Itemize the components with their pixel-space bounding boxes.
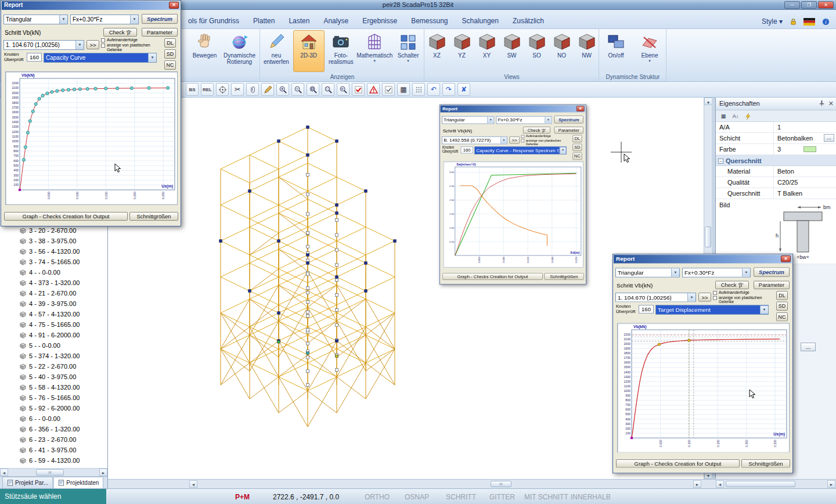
check-beta-button[interactable]: Check 'β' [103,28,137,37]
german-flag-icon[interactable] [803,17,815,26]
dl-button[interactable]: DL [572,135,582,142]
zoom-out-icon[interactable] [291,83,304,96]
schnittgroessen-button[interactable]: Schnittgrößen [741,459,790,468]
close-icon[interactable]: ✕ [169,2,179,9]
schnittgroessen-button[interactable]: Schnittgrößen [544,273,583,280]
tree-item[interactable]: 5 - 58 - 4-1320.00 [0,382,107,393]
close-icon[interactable]: ✕ [576,106,585,111]
bs-button[interactable]: BS [186,83,199,96]
nc-button[interactable]: NC [776,312,788,322]
load-combo[interactable]: Fx+0.30*Fz▼ [496,116,552,124]
spectrum-button[interactable]: Spectrum [554,116,583,124]
plastische-gelenke-checkbox[interactable] [521,139,525,143]
ribbon-button-on-off[interactable]: On/off [600,30,632,72]
menu-tab[interactable]: Bemessung [404,15,455,27]
tree-item[interactable]: 5 - 22 - 2-670.00 [0,361,107,372]
ribbon-button-yz[interactable]: YZ [450,30,474,72]
schnittgroessen-button[interactable]: Schnittgrößen [129,212,178,221]
check-beta-button[interactable]: Check 'β' [523,127,550,134]
property-row[interactable]: QualitätC20/25 [716,177,836,188]
status-toggle[interactable]: OSNAP [405,493,429,501]
canvas-horizontal-scrollbar[interactable]: ◄ ⦀⦀ ► [108,479,715,488]
property-group-header[interactable]: –Querschnitt [716,155,836,166]
step-combo[interactable]: B. 1492.558 (0.72279)▼ [442,136,507,145]
dot-grid-icon[interactable] [412,83,425,96]
collapse-icon[interactable]: – [718,159,723,164]
nc-button[interactable]: NC [164,60,176,70]
scroll-left-icon[interactable]: ◄ [0,469,8,476]
style-dropdown[interactable]: Style ▾ [762,17,783,26]
step-forward-button[interactable]: >> [87,40,99,49]
menu-tab[interactable]: Ergebnisse [355,15,404,27]
property-row[interactable]: QuerschnittT Balken [716,188,836,199]
sort-az-icon[interactable]: A↓ [730,111,741,121]
pin-icon[interactable] [819,100,825,107]
close-button[interactable]: ✕ [818,1,834,9]
scroll-right-icon[interactable]: ► [99,469,107,476]
graph-checks-button[interactable]: Graph - Checks Creation for Output [442,273,543,280]
browse-button[interactable]: ... [801,343,816,351]
properties-horizontal-scrollbar[interactable]: ◄ ► [715,479,836,488]
ribbon-button-schalter[interactable]: Schalter▾ [392,30,424,72]
tree-horizontal-scrollbar[interactable]: ◄ ⦀⦀ ► [0,468,107,476]
minimize-button[interactable]: ─ [784,1,800,9]
cancel-icon[interactable]: ✘ [457,83,470,96]
tree-item[interactable]: 4 - - 0-0.00 [0,267,107,278]
scroll-left-icon[interactable]: ◄ [189,480,197,488]
scrollbar-thumb[interactable] [705,226,711,247]
menu-tab[interactable]: Analyse [316,15,355,27]
scroll-right-icon[interactable]: ► [827,480,835,488]
nc-button[interactable]: NC [572,153,582,160]
tree-item[interactable]: 4 - 91 - 6-2000.00 [0,330,107,340]
tree-item[interactable]: 5 - 92 - 6-2000.00 [0,403,107,413]
step-combo[interactable]: 1. 104.670 (1,00256)▼ [3,40,84,50]
ribbon-button-no[interactable]: NO [550,30,574,72]
tree-item[interactable]: 6 - 23 - 2-670.00 [0,434,107,445]
tree-item[interactable]: 4 - 39 - 3-975.00 [0,298,107,309]
cut-icon[interactable]: ✂ [231,83,244,96]
tree-item[interactable]: 5 - 76 - 5-1665.00 [0,393,107,403]
panel-tab[interactable]: Projekt Par... [2,477,53,488]
status-toggle[interactable]: INNERHALB [571,493,611,501]
mode-combo[interactable]: Capacity Curve▼ [44,53,157,63]
zoom-previous-icon[interactable] [337,83,349,96]
graph-checks-button[interactable]: Graph - Checks Creation for Output [616,459,740,468]
tree-item[interactable]: 6 - 356 - 1-320.00 [0,424,107,434]
ribbon-button-nw[interactable]: NW [575,30,599,72]
scrollbar-thumb[interactable]: ⦀⦀ [491,481,511,487]
check-beta-button[interactable]: Check 'β' [715,281,749,290]
tree-item[interactable]: 4 - 75 - 5-1665.00 [0,319,107,330]
status-toggle[interactable]: SCHRITT [446,493,476,501]
plastische-gelenke-checkbox[interactable] [713,296,717,300]
zoom-extents-icon[interactable] [322,83,334,96]
grid-toggle-icon[interactable]: ▦ [397,83,410,96]
zoom-window-icon[interactable] [307,83,319,96]
scroll-up-icon[interactable]: ▲ [704,98,712,105]
tree-item[interactable]: 5 - 40 - 3-975.00 [0,372,107,382]
aufeinanderfolge-checkbox[interactable] [713,291,717,295]
tree-item[interactable]: 3 - 20 - 2-670.00 [0,225,107,236]
rotation-center-icon[interactable] [216,83,229,96]
ribbon-button-ebene[interactable]: Ebene▾ [633,30,666,72]
dialog-title-bar[interactable]: Report ✕ [2,1,180,10]
ribbon-button-bewegen[interactable]: Bewegen [188,30,222,72]
check-confirm-icon[interactable] [382,83,395,96]
parameter-button[interactable]: Parameter [754,281,790,290]
status-toggle[interactable]: ORTHO [365,493,390,501]
dialog-title-bar[interactable]: Report ✕ [614,255,792,264]
dl-button[interactable]: DL [776,291,788,300]
property-row[interactable]: MaterialBeton [716,166,836,177]
maximize-button[interactable]: ❐ [801,1,817,9]
mode-combo[interactable]: Target Displacement▼ [655,305,769,314]
tree-item[interactable]: 3 - 56 - 4-1320.00 [0,246,107,257]
shape-combo[interactable]: Triangular▼ [615,268,680,277]
tree-item[interactable]: 5 - 374 - 1-320.00 [0,351,107,361]
status-toggle[interactable]: MIT SCHNITT [524,493,568,501]
property-row[interactable]: Farbe3 [716,144,836,155]
ribbon-button-neu-entwerfen[interactable]: neu entwerfen [261,30,292,72]
info-icon[interactable]: i [820,17,831,26]
tree-item[interactable]: 4 - 21 - 2-670.00 [0,288,107,298]
scroll-left-icon[interactable]: ◄ [716,480,724,488]
close-icon[interactable]: ✕ [781,255,791,262]
attach-icon[interactable] [246,83,259,96]
